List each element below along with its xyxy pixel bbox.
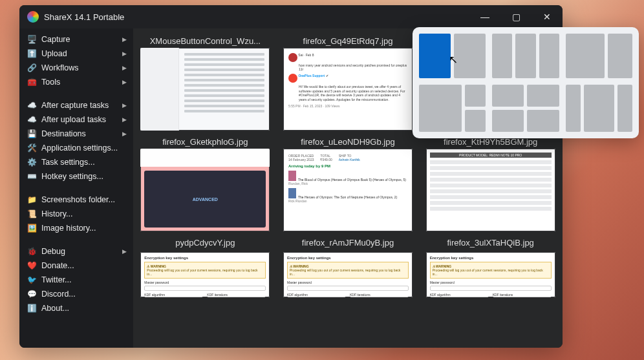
sidebar-item-after-upload-tasks[interactable]: ☁️After upload tasks▶ [22,112,131,127]
snap-cell[interactable] [492,34,512,78]
sidebar-item-application-settings[interactable]: 🛠️Application settings... [22,141,131,155]
sidebar-item-history[interactable]: 📜History... [22,207,131,221]
snap-cell[interactable] [419,34,451,78]
chevron-right-icon: ▶ [122,102,127,109]
sidebar-item-icon: 🐞 [26,247,38,256]
sidebar-item-icon: ⌨️ [26,172,38,181]
sidebar-item-label: Upload [41,49,67,58]
sidebar-item-twitter[interactable]: 🐦Twitter... [22,273,131,287]
snap-cell[interactable] [454,34,486,78]
thumbnail-item[interactable]: firefox_rAmJFMu0yB.jpgEncryption key set… [279,235,418,297]
sidebar-item-label: After upload tasks [41,115,106,124]
thumbnail-item[interactable]: pydpCdycvY.jpgEncryption key settings⚠ W… [136,235,275,297]
chevron-right-icon: ▶ [122,65,127,71]
sidebar-item-label: Application settings... [41,143,118,153]
chevron-right-icon: ▶ [122,131,127,137]
snap-layout-5[interactable] [492,85,559,132]
sidebar-item-label: Image history... [41,224,96,233]
snap-cell[interactable] [617,85,632,132]
thumbnail-filename: pydpCdycvY.jpg [136,235,275,249]
thumbnail-filename: firefox_3ulXTaHQiB.jpg [421,235,560,249]
sidebar-item-icon: 💬 [26,290,38,299]
sidebar-item-icon: 🐦 [26,275,38,284]
snap-layout-6[interactable] [566,85,632,132]
snap-cell[interactable] [608,34,632,78]
sidebar-item-label: Debug [41,247,65,256]
sidebar-item-icon: ⬆️ [26,49,38,58]
sidebar-item-label: Destinations [41,129,86,138]
snap-cell[interactable] [539,34,559,78]
maximize-button[interactable]: ▢ [500,5,531,28]
sidebar-item-about[interactable]: ℹ️About... [22,301,131,315]
snap-cell[interactable] [584,85,614,132]
snap-cell[interactable] [566,85,581,132]
thumbnail-item[interactable]: XMouseButtonControl_Wzu... [136,34,275,131]
minimize-button[interactable]: — [469,5,500,28]
sidebar-item-icon: ☁️ [26,115,38,124]
sidebar-item-label: Tools [41,78,60,87]
sidebar-item-label: Hotkey settings... [41,172,103,181]
titlebar[interactable]: ShareX 14.1 Portable — ▢ ✕ [19,5,563,28]
snap-cell[interactable] [492,85,524,107]
sidebar-item-label: Discord... [41,290,76,299]
snap-cell[interactable] [566,34,605,78]
sidebar-item-task-settings[interactable]: ⚙️Task settings... [22,155,131,169]
sidebar-item-icon: ❤️ [26,261,38,270]
thumbnail-item[interactable]: firefox_3ulXTaHQiB.jpgEncryption key set… [421,235,560,297]
chevron-right-icon: ▶ [122,36,127,43]
sidebar-item-label: History... [41,209,72,218]
thumbnail-item[interactable]: firefox_KtH9Yh5BGM.jpgPRODUCT MODEL: RED… [421,134,560,231]
thumbnail-filename: XMouseButtonControl_Wzu... [136,34,275,48]
thumbnail-item[interactable]: firefox_Gq49EtRdq7.jpg Sai · Feb 8how ma… [279,34,418,131]
sidebar-item-debug[interactable]: 🐞Debug▶ [22,244,131,259]
sidebar-item-icon: 🧰 [26,78,38,87]
snap-cell[interactable] [527,110,559,132]
sidebar-item-tools[interactable]: 🧰Tools▶ [22,75,131,89]
sharex-logo-icon [27,11,39,23]
snap-cell[interactable] [527,85,559,107]
close-button[interactable]: ✕ [531,5,563,28]
chevron-right-icon: ▶ [122,50,127,57]
sidebar-item-capture[interactable]: 🖥️Capture▶ [22,32,131,47]
sidebar-item-icon: 🔗 [26,63,38,72]
sidebar-item-label: Task settings... [41,158,95,167]
snap-layout-4[interactable] [419,85,486,132]
sidebar-item-destinations[interactable]: 💾Destinations▶ [22,127,131,141]
chevron-right-icon: ▶ [122,116,127,123]
snap-cell[interactable] [492,110,524,132]
sidebar-item-screenshots-folder[interactable]: 📁Screenshots folder... [22,193,131,207]
sidebar-item-upload[interactable]: ⬆️Upload▶ [22,47,131,61]
sidebar-item-label: Donate... [41,261,74,270]
snap-layouts-popup[interactable]: ↖ [413,27,639,138]
sidebar-item-icon: 📁 [26,195,38,204]
snap-layout-1[interactable]: ↖ [419,34,486,78]
sidebar-item-label: About... [41,304,69,313]
snap-cell[interactable] [465,85,486,107]
snap-cell[interactable] [515,34,535,78]
sidebar-item-discord[interactable]: 💬Discord... [22,287,131,301]
sidebar-item-workflows[interactable]: 🔗Workflows▶ [22,61,131,75]
sidebar-item-label: After capture tasks [41,101,109,110]
thumbnail-filename: firefox_uLeoNDH9Gb.jpg [279,134,418,149]
thumbnail-item[interactable]: firefox_GketkphloG.jpgADVANCED [136,134,275,231]
thumbnail-filename: firefox_rAmJFMu0yB.jpg [279,235,418,249]
sidebar-item-icon: ☁️ [26,101,38,110]
sidebar-item-hotkey-settings[interactable]: ⌨️Hotkey settings... [22,169,131,184]
thumbnail-filename: firefox_GketkphloG.jpg [136,134,275,149]
sidebar-item-icon: 📜 [26,209,38,218]
sidebar-item-label: Capture [41,35,70,44]
snap-cell[interactable] [465,110,486,132]
thumbnail-item[interactable]: firefox_uLeoNDH9Gb.jpgORDER PLACED14 Feb… [279,134,418,231]
sidebar-item-icon: 🛠️ [26,143,38,153]
snap-layout-2[interactable] [492,34,559,78]
sidebar-item-image-history[interactable]: 🖼️Image history... [22,221,131,235]
sidebar-item-after-capture-tasks[interactable]: ☁️After capture tasks▶ [22,98,131,112]
snap-cell[interactable] [419,85,462,132]
sidebar-item-icon: 🖼️ [26,224,38,233]
sidebar: 🖥️Capture▶⬆️Upload▶🔗Workflows▶🧰Tools▶☁️A… [19,28,133,348]
sidebar-item-icon: 💾 [26,129,38,138]
snap-layout-3[interactable] [566,34,632,78]
sidebar-item-label: Workflows [41,63,78,72]
sidebar-item-donate[interactable]: ❤️Donate... [22,259,131,273]
sidebar-item-icon: ℹ️ [26,304,38,313]
